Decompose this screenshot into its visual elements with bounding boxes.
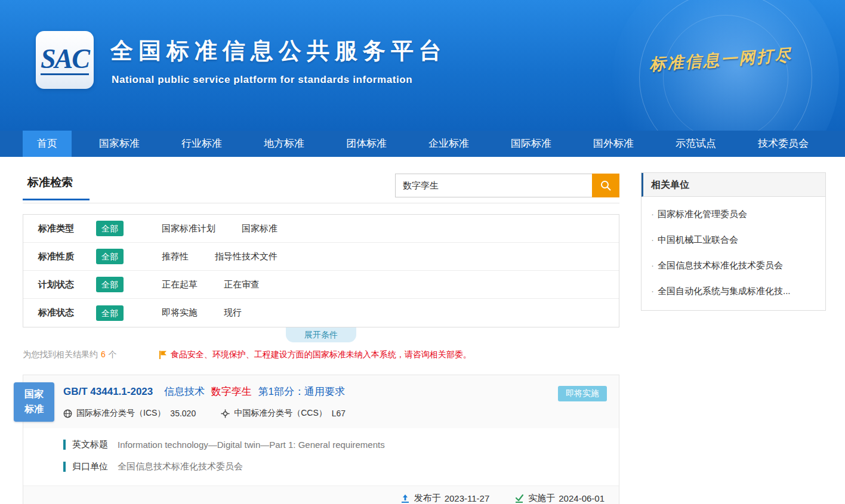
filter-all-button[interactable]: 全部 [96, 221, 124, 236]
related-orgs-list: 国家标准化管理委员会 中国机械工业联合会 全国信息技术标准化技术委员会 全国自动… [642, 197, 825, 310]
results-summary-prefix: 为您找到相关结果约 [23, 350, 98, 359]
expand-conditions-button[interactable]: 展开条件 [286, 327, 356, 342]
publish-label: 发布于 [414, 493, 441, 504]
implement-label: 实施于 [528, 493, 555, 504]
implement-date: 2024-06-01 [559, 493, 605, 503]
nav-item-local-standards[interactable]: 地方标准 [249, 131, 319, 157]
content-area: 标准检索 标准类型 全部 国家标准计划 国家标准 [0, 157, 845, 504]
publish-icon [400, 494, 410, 503]
accent-bar [63, 462, 66, 472]
standard-title-part2: 第1部分：通用要求 [258, 386, 344, 397]
nav-item-national-standards[interactable]: 国家标准 [85, 131, 154, 157]
committee-row: 归口单位 全国信息技术标准化技术委员会 [63, 461, 607, 472]
filter-option[interactable]: 现行 [224, 307, 242, 319]
search-icon [600, 180, 612, 191]
filter-option[interactable]: 正在审查 [224, 279, 260, 290]
search-input[interactable] [395, 174, 592, 197]
status-badge: 即将实施 [558, 386, 607, 401]
search-box [395, 174, 619, 197]
related-org-link[interactable]: 全国自动化系统与集成标准化技... [642, 279, 825, 304]
filter-row-nature: 标准性质 全部 推荐性 指导性技术文件 [23, 243, 619, 271]
compass-icon [221, 409, 230, 418]
related-orgs-panel: 相关单位 国家标准化管理委员会 中国机械工业联合会 全国信息技术标准化技术委员会… [641, 172, 826, 311]
site-header: SAC 全国标准信息公共服务平台 National public service… [0, 0, 845, 131]
standard-title-link[interactable]: GB/T 43441.1-2023 信息技术 数字孪生 第1部分：通用要求 [63, 385, 607, 398]
related-org-link[interactable]: 国家标准化管理委员会 [642, 202, 825, 227]
filter-all-button[interactable]: 全部 [96, 305, 124, 321]
sidebar: 相关单位 国家标准化管理委员会 中国机械工业联合会 全国信息技术标准化技术委员会… [641, 172, 826, 311]
standard-type-badge: 国家 标准 [14, 382, 54, 422]
filter-option[interactable]: 推荐性 [162, 251, 189, 262]
committee-label: 归口单位 [72, 461, 108, 472]
filter-option[interactable]: 国家标准 [242, 223, 277, 234]
result-card: 国家 标准 GB/T 43441.1-2023 信息技术 数字孪生 第1部分：通… [23, 375, 619, 504]
filter-label: 标准类型 [38, 223, 96, 234]
card-footer: 发布于 2023-11-27 实施于 2024-06-01 [23, 486, 619, 504]
site-title-cn: 全国标准信息公共服务平台 [110, 36, 447, 66]
results-summary: 为您找到相关结果约6个 [23, 350, 117, 360]
results-summary-suffix: 个 [109, 350, 117, 359]
ccs-label: 中国标准分类号（CCS） [234, 408, 327, 419]
filter-option[interactable]: 正在起草 [162, 279, 198, 290]
search-section-header: 标准检索 [23, 172, 619, 203]
flag-icon [159, 350, 167, 360]
publish-date-item: 发布于 2023-11-27 [400, 493, 490, 504]
filter-row-standard-status: 标准状态 全部 即将实施 现行 [23, 299, 619, 327]
sac-logo-text: SAC [41, 45, 89, 75]
filter-option[interactable]: 指导性技术文件 [215, 251, 277, 262]
english-title-label: 英文标题 [72, 439, 108, 450]
filter-options: 即将实施 现行 [162, 307, 242, 319]
nav-item-home[interactable]: 首页 [23, 131, 72, 157]
results-count: 6 [101, 350, 106, 359]
standard-type-badge-line1: 国家 [24, 387, 44, 402]
filter-options: 国家标准计划 国家标准 [162, 223, 277, 234]
filter-option[interactable]: 即将实施 [162, 307, 198, 319]
filter-label: 计划状态 [38, 279, 96, 290]
ccs-value: L67 [332, 409, 346, 418]
nav-item-international-standards[interactable]: 国际标准 [496, 131, 566, 157]
site-title-en: National public service platform for sta… [112, 74, 412, 86]
main-nav: 首页 国家标准 行业标准 地方标准 团体标准 企业标准 国际标准 国外标准 示范… [0, 131, 845, 157]
implement-date-item: 实施于 2024-06-01 [514, 493, 605, 504]
exclusion-notice: 食品安全、环境保护、工程建设方面的国家标准未纳入本系统，请咨询相关部委。 [159, 350, 471, 360]
english-title-value: Information technology—Digital twin—Part… [118, 440, 385, 450]
filter-label: 标准状态 [38, 307, 96, 319]
exclusion-notice-text: 食品安全、环境保护、工程建设方面的国家标准未纳入本系统，请咨询相关部委。 [171, 350, 471, 360]
standard-title-part1: 信息技术 [164, 386, 205, 397]
sac-logo[interactable]: SAC [36, 31, 94, 89]
card-detail-section: 英文标题 Information technology—Digital twin… [23, 428, 619, 486]
accent-bar [63, 440, 66, 450]
filter-all-button[interactable]: 全部 [96, 249, 124, 264]
filter-all-button[interactable]: 全部 [96, 277, 124, 292]
english-title-row: 英文标题 Information technology—Digital twin… [63, 439, 607, 450]
related-orgs-title: 相关单位 [642, 173, 825, 197]
filter-options: 正在起草 正在审查 [162, 279, 260, 290]
nav-item-enterprise-standards[interactable]: 企业标准 [414, 131, 483, 157]
card-header-section: GB/T 43441.1-2023 信息技术 数字孪生 第1部分：通用要求 即将… [23, 375, 619, 428]
main-column: 标准检索 标准类型 全部 国家标准计划 国家标准 [23, 172, 619, 504]
results-line: 为您找到相关结果约6个 食品安全、环境保护、工程建设方面的国家标准未纳入本系统，… [23, 350, 619, 360]
related-org-link[interactable]: 全国信息技术标准化技术委员会 [642, 253, 825, 279]
nav-item-foreign-standards[interactable]: 国外标准 [579, 131, 648, 157]
filter-options: 推荐性 指导性技术文件 [162, 251, 277, 262]
related-org-link[interactable]: 中国机械工业联合会 [642, 227, 825, 253]
filter-panel: 标准类型 全部 国家标准计划 国家标准 标准性质 全部 推荐性 指导性技术文件 … [23, 214, 619, 327]
nav-item-group-standards[interactable]: 团体标准 [332, 131, 401, 157]
ics-label: 国际标准分类号（ICS） [76, 408, 165, 419]
filter-row-plan-status: 计划状态 全部 正在起草 正在审查 [23, 271, 619, 299]
standard-type-badge-line2: 标准 [24, 402, 44, 417]
implement-check-icon [514, 494, 524, 503]
search-button[interactable] [592, 174, 619, 197]
committee-value: 全国信息技术标准化技术委员会 [118, 461, 243, 472]
nav-item-technical-committee[interactable]: 技术委员会 [744, 131, 823, 157]
filter-option[interactable]: 国家标准计划 [162, 223, 215, 234]
publish-date: 2023-11-27 [445, 493, 490, 503]
ics-value: 35.020 [170, 409, 196, 418]
standard-title-highlight: 数字孪生 [211, 386, 252, 397]
standard-code: GB/T 43441.1-2023 [63, 386, 153, 397]
ccs-classification: 中国标准分类号（CCS） L67 [221, 408, 346, 419]
nav-item-pilot-program[interactable]: 示范试点 [661, 131, 730, 157]
ics-classification: 国际标准分类号（ICS） 35.020 [63, 408, 196, 419]
nav-item-industry-standards[interactable]: 行业标准 [167, 131, 236, 157]
filter-row-type: 标准类型 全部 国家标准计划 国家标准 [23, 215, 619, 243]
